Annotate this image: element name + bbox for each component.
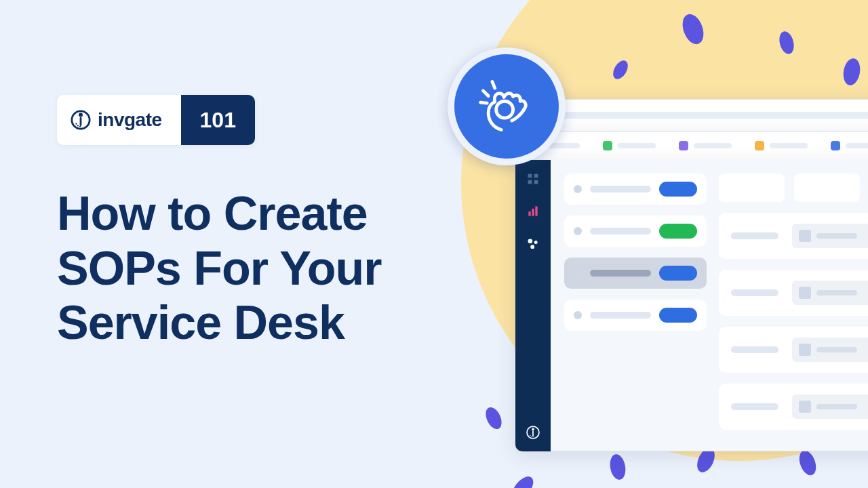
svg-point-16 [528,239,533,244]
status-dot-icon [574,185,582,193]
list-item [564,174,707,205]
svg-rect-12 [534,180,538,184]
status-pill [659,224,697,239]
tab-label-placeholder [618,143,656,148]
svg-rect-9 [528,174,532,178]
tab-label-placeholder [846,143,868,148]
list-column [564,174,707,437]
brand-badge-number: 101 [181,95,255,145]
app-content [551,160,868,451]
list-item-selected [564,258,707,289]
svg-point-21 [530,434,530,435]
status-dot-icon [574,227,582,235]
svg-point-4 [79,126,81,127]
card-value-placeholder [792,338,868,362]
detail-card [719,384,868,430]
app-mockup [515,99,868,451]
card-label-placeholder [731,289,778,296]
detail-card [719,270,868,316]
tab-dot-icon [679,141,688,150]
app-titlebar [515,99,868,131]
svg-point-20 [532,428,534,430]
svg-point-18 [530,245,534,249]
card-value-placeholder [792,224,868,248]
list-item [564,216,707,247]
card-label-placeholder [731,232,778,239]
chart-icon [526,205,540,218]
ok-hand-icon [474,73,539,140]
detail-column [719,174,868,437]
confetti-dot [509,473,538,488]
svg-point-17 [534,241,538,244]
field-placeholder [719,174,785,202]
brand-left: invgate [57,95,181,145]
status-pill [659,182,697,197]
list-label-placeholder [590,186,651,192]
card-value-placeholder [792,394,868,419]
status-pill [659,266,697,281]
svg-point-3 [77,125,79,126]
svg-point-1 [79,113,83,117]
field-row [719,174,868,202]
promo-card: invgate 101 How to Create SOPs For Your … [0,0,868,488]
svg-rect-10 [534,174,538,178]
svg-rect-13 [528,211,530,216]
svg-point-2 [75,123,77,125]
invgate-mark-icon [526,426,540,439]
card-value-placeholder [792,281,868,305]
svg-line-7 [492,81,495,88]
app-sidebar [515,160,551,451]
svg-line-6 [483,91,488,96]
svg-rect-14 [532,209,534,216]
list-label-placeholder [590,312,651,319]
tab-label-placeholder [770,143,808,148]
invgate-logo-icon [71,110,91,130]
card-label-placeholder [731,403,778,410]
svg-point-23 [532,436,533,437]
headline: How to Create SOPs For Your Service Desk [57,186,477,350]
list-item [564,300,707,331]
confetti-dot [608,453,627,481]
list-label-placeholder [590,270,651,277]
app-tab-strip [515,131,868,160]
field-placeholder [794,174,860,202]
svg-line-8 [481,102,488,103]
tab-item [603,141,656,150]
tab-item [755,141,808,150]
tab-item [679,141,732,150]
svg-rect-11 [528,180,532,184]
detail-card [719,327,868,373]
status-pill [659,308,697,323]
brand-name: invgate [98,109,162,131]
tab-dot-icon [831,141,840,150]
grid-icon [526,172,540,186]
svg-point-22 [531,436,532,436]
tab-dot-icon [603,141,612,150]
nodes-icon [526,237,540,251]
ok-hand-badge [448,47,566,165]
search-placeholder-bar [550,112,868,119]
card-label-placeholder [731,346,778,353]
app-body [515,160,868,451]
detail-card [719,213,868,259]
tab-item [831,141,868,150]
confetti-dot [483,405,505,431]
list-label-placeholder [590,228,651,235]
tab-label-placeholder [694,143,732,148]
svg-rect-15 [535,207,537,216]
status-dot-icon [574,269,582,277]
status-dot-icon [574,311,582,319]
svg-point-5 [496,101,513,118]
tab-dot-icon [755,141,764,150]
brand-badge: invgate 101 [57,95,255,145]
